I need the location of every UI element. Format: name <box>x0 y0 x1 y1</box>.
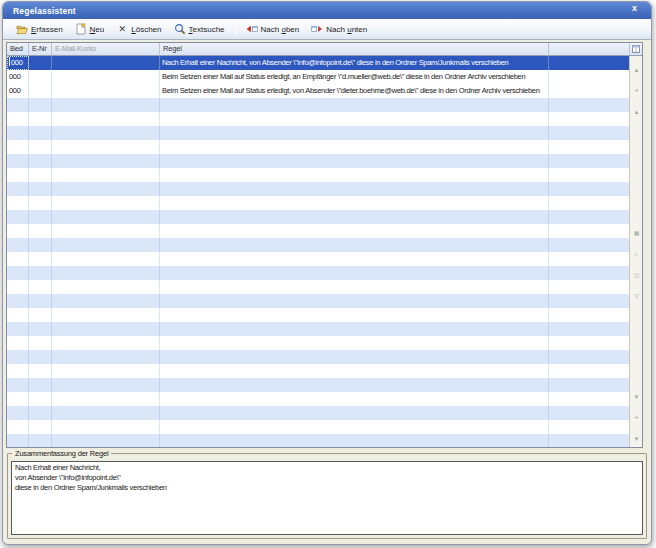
delete-x-icon: ✕ <box>116 23 128 35</box>
empty-row[interactable] <box>7 224 630 238</box>
cell-bed: 000 <box>7 84 29 98</box>
table-header-row: BedE-NrE-Mail-KontoRegel <box>7 43 630 56</box>
rule-summary-text: Nach Erhalt einer Nachricht, von Absende… <box>11 461 643 535</box>
search-icon <box>174 23 186 35</box>
table-body: 000Nach Erhalt einer Nachricht, von Abse… <box>7 56 630 447</box>
empty-row[interactable] <box>7 420 630 434</box>
folder-open-icon <box>16 23 28 35</box>
rule-wizard-window: Regelassistent x ErfassenNeu✕LöschenText… <box>2 1 652 545</box>
move-up-icon <box>246 23 258 35</box>
column-header-bed[interactable]: Bed <box>7 43 29 56</box>
toolbar-separator <box>235 22 236 36</box>
textsuche-button[interactable]: Textsuche <box>169 21 230 37</box>
rules-table: BedE-NrE-Mail-KontoRegel 000Nach Erhalt … <box>6 42 643 448</box>
empty-row[interactable] <box>7 168 630 182</box>
cell-regel: Beim Setzen einer Mail auf Status erledi… <box>160 84 549 98</box>
edit-caret <box>9 57 10 66</box>
cell-enr <box>29 70 52 84</box>
nach-unten-label: Nach unten <box>326 25 367 34</box>
scroll-down-icon[interactable]: ▼ <box>634 385 640 403</box>
column-header-enr[interactable]: E-Nr <box>29 43 52 56</box>
empty-row[interactable] <box>7 196 630 210</box>
table-row[interactable]: 000Nach Erhalt einer Nachricht, von Abse… <box>7 56 630 70</box>
column-header-filler[interactable] <box>549 43 630 56</box>
grid-scrollbar[interactable]: ▲+▲▦⌕◫▽▼+▼ <box>629 56 642 447</box>
column-header-regel[interactable]: Regel <box>160 43 549 56</box>
cell-konto <box>52 70 160 84</box>
add-icon[interactable]: + <box>634 406 639 424</box>
column-chooser-button[interactable] <box>629 43 642 56</box>
empty-row[interactable] <box>7 336 630 350</box>
empty-row[interactable] <box>7 280 630 294</box>
empty-row[interactable] <box>7 252 630 266</box>
add-icon[interactable]: + <box>634 79 639 97</box>
scroll-up-icon[interactable]: ▲ <box>634 100 640 118</box>
titlebar: Regelassistent x <box>3 2 651 19</box>
empty-row[interactable] <box>7 210 630 224</box>
empty-row[interactable] <box>7 154 630 168</box>
column-header-konto[interactable]: E-Mail-Konto <box>52 43 160 56</box>
empty-row[interactable] <box>7 112 630 126</box>
empty-row[interactable] <box>7 406 630 420</box>
cell-filler <box>549 84 630 98</box>
neu-button[interactable]: Neu <box>70 21 110 37</box>
scroll-top-icon[interactable]: ▲ <box>634 58 640 76</box>
scrollbar-bottom-buttons: ▼+▼ <box>630 385 643 445</box>
neu-label: Neu <box>90 25 105 34</box>
loeschen-label: Löschen <box>131 25 161 34</box>
toolbar: ErfassenNeu✕LöschenTextsucheNach obenNac… <box>3 19 651 40</box>
cell-enr <box>29 84 52 98</box>
nach-oben-button[interactable]: Nach oben <box>241 21 305 37</box>
loeschen-button[interactable]: ✕Löschen <box>111 21 166 37</box>
cell-bed: 000 <box>7 70 29 84</box>
empty-row[interactable] <box>7 364 630 378</box>
cards-icon[interactable]: ▦ <box>634 221 640 239</box>
empty-row[interactable] <box>7 392 630 406</box>
table-row[interactable]: 000Beim Setzen einer Mail auf Status erl… <box>7 84 630 98</box>
empty-row[interactable] <box>7 308 630 322</box>
empty-row[interactable] <box>7 140 630 154</box>
nach-unten-button[interactable]: Nach unten <box>306 21 372 37</box>
erfassen-label: Erfassen <box>31 25 63 34</box>
empty-row[interactable] <box>7 350 630 364</box>
nach-oben-label: Nach oben <box>261 25 300 34</box>
empty-row[interactable] <box>7 98 630 112</box>
table-row[interactable]: 000Beim Setzen einer Mail auf Status erl… <box>7 70 630 84</box>
window-title: Regelassistent <box>3 6 76 16</box>
cell-regel: Beim Setzen einer Mail auf Status erledi… <box>160 70 549 84</box>
empty-row[interactable] <box>7 434 630 447</box>
cell-konto <box>52 56 160 70</box>
cell-enr <box>29 56 52 70</box>
scroll-bottom-icon[interactable]: ▼ <box>634 427 640 445</box>
empty-row[interactable] <box>7 126 630 140</box>
filter-icon[interactable]: ▽ <box>634 284 639 302</box>
cell-bed: 000 <box>7 56 29 70</box>
summary-groupbox-label: Zusammenfassung der Regel <box>12 449 111 458</box>
cell-filler <box>549 70 630 84</box>
erfassen-button[interactable]: Erfassen <box>11 21 68 37</box>
scrollbar-middle-buttons: ▦⌕◫▽ <box>630 221 643 302</box>
cell-filler <box>549 56 630 70</box>
cell-regel: Nach Erhalt einer Nachricht, von Absende… <box>160 56 549 70</box>
summary-groupbox: Zusammenfassung der Regel Nach Erhalt ei… <box>7 453 647 539</box>
bookmark-icon[interactable]: ◫ <box>634 263 640 281</box>
textsuche-label: Textsuche <box>189 25 225 34</box>
scrollbar-top-buttons: ▲+▲ <box>630 58 643 118</box>
close-icon[interactable]: x <box>632 3 637 13</box>
search-icon[interactable]: ⌕ <box>635 242 638 260</box>
empty-row[interactable] <box>7 266 630 280</box>
cell-konto <box>52 84 160 98</box>
move-down-icon <box>311 23 323 35</box>
empty-row[interactable] <box>7 322 630 336</box>
empty-row[interactable] <box>7 238 630 252</box>
empty-row[interactable] <box>7 294 630 308</box>
new-document-icon <box>75 23 87 35</box>
empty-row[interactable] <box>7 378 630 392</box>
empty-row[interactable] <box>7 182 630 196</box>
